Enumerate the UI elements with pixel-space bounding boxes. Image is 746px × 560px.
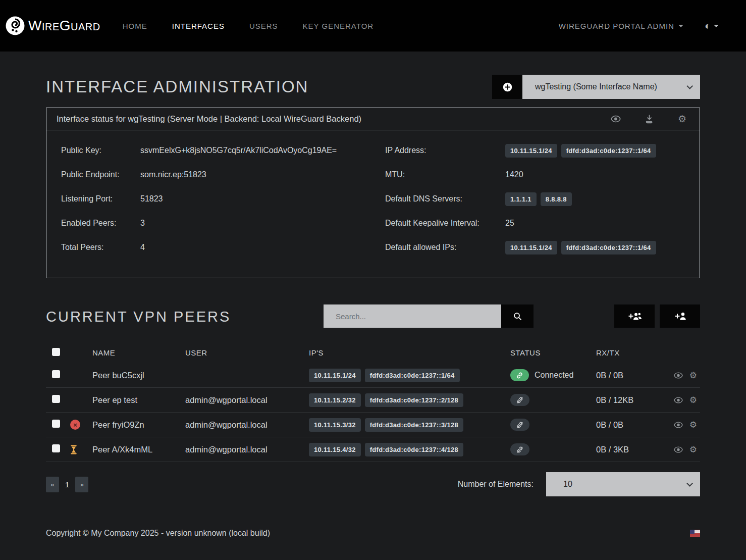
add-user-icon: [674, 312, 686, 321]
col-header-ips: IP'S: [309, 348, 510, 357]
view-peer-button[interactable]: [674, 420, 683, 430]
peer-settings-button[interactable]: ⚙: [689, 444, 697, 455]
view-config-button[interactable]: [611, 115, 621, 123]
add-peer-button[interactable]: [660, 304, 700, 328]
table-row: Peer A/Xk4mML admin@wgportal.local 10.11…: [46, 437, 700, 462]
connected-status-pill: [510, 369, 529, 381]
interface-settings-button[interactable]: ⚙: [678, 113, 686, 125]
view-peer-button[interactable]: [674, 395, 683, 405]
keepalive-value: 25: [505, 219, 700, 228]
eye-icon: [674, 397, 683, 403]
search-button[interactable]: [501, 304, 534, 328]
interface-status-card: Interface status for wgTesting (Server M…: [46, 108, 700, 278]
col-header-name: NAME: [92, 348, 185, 357]
disconnected-status-pill: [510, 443, 529, 455]
peer-name: Peer buC5cxjl: [92, 371, 185, 380]
pagination-prev-button[interactable]: «: [46, 477, 59, 492]
row-checkbox[interactable]: [52, 444, 60, 452]
download-config-button[interactable]: [645, 115, 654, 124]
pagination-next-button[interactable]: »: [75, 477, 88, 492]
eye-icon: [674, 372, 683, 379]
select-all-checkbox[interactable]: [52, 348, 60, 356]
allowed-ip-badge: 10.11.15.1/24: [505, 241, 557, 254]
chevron-down-icon: [714, 25, 719, 27]
detail-row: MTU: 1420: [385, 163, 700, 187]
detail-row: Listening Port: 51823: [61, 187, 373, 211]
elements-per-page-label: Number of Elements:: [458, 480, 534, 489]
peer-settings-button[interactable]: ⚙: [689, 370, 697, 381]
col-header-user: USER: [185, 348, 309, 357]
page-title: INTERFACE ADMINISTRATION: [46, 77, 492, 96]
table-row: Peer buC5cxjl 10.11.15.1/24 fdfd:d3ad:c0…: [46, 363, 700, 388]
link-icon: [516, 372, 523, 379]
navbar: WireGuard HOME INTERFACES USERS KEY GENE…: [0, 0, 746, 52]
gear-icon: ⚙: [689, 420, 697, 430]
detail-label: Listening Port:: [61, 194, 140, 203]
col-header-status: STATUS: [510, 348, 596, 357]
detail-label: Public Key:: [61, 146, 140, 155]
elements-per-page-value: 10: [563, 480, 686, 489]
peer-disabled-icon: ×: [70, 420, 80, 430]
pagination: « 1 »: [46, 477, 88, 492]
user-menu-dropdown[interactable]: WIREGUARD PORTAL ADMIN: [559, 22, 683, 30]
peer-rxtx: 0B / 0B: [596, 420, 666, 430]
peer-ip-badge: 10.11.15.1/24: [309, 369, 361, 382]
row-checkbox[interactable]: [52, 370, 60, 378]
peer-ip-badge: 10.11.15.2/32: [309, 393, 361, 407]
mtu-value: 1420: [505, 170, 700, 179]
detail-label: Enabled Peers:: [61, 219, 140, 228]
detail-label: Default Keepalive Interval:: [385, 219, 505, 228]
gear-icon: ⚙: [689, 444, 697, 455]
peer-expired-hourglass-icon: [70, 445, 77, 454]
total-peers-value: 4: [140, 243, 373, 252]
table-row: Peer ep test admin@wgportal.local 10.11.…: [46, 388, 700, 413]
row-checkbox[interactable]: [52, 420, 60, 428]
row-checkbox[interactable]: [52, 395, 60, 403]
peer-settings-button[interactable]: ⚙: [689, 395, 697, 405]
peer-name: Peer ep test: [92, 395, 185, 405]
add-interface-button[interactable]: [492, 75, 522, 99]
nav-item-home[interactable]: HOME: [123, 22, 147, 30]
brand-wordmark: WireGuard: [28, 18, 100, 34]
peer-ip-badge: 10.11.15.3/32: [309, 418, 361, 432]
ip-badge: 10.11.15.1/24: [505, 144, 557, 158]
add-multiple-peers-button[interactable]: [614, 304, 655, 328]
peer-user: admin@wgportal.local: [185, 395, 309, 405]
search-icon: [513, 312, 522, 321]
peer-ip-badge: fdfd:d3ad:c0de:1237::4/128: [365, 443, 463, 456]
view-peer-button[interactable]: [674, 444, 683, 455]
wireguard-logo-icon: [5, 16, 25, 36]
dns-badge: 8.8.8.8: [541, 192, 572, 206]
enabled-peers-value: 3: [140, 219, 373, 228]
detail-label: Default DNS Servers:: [385, 194, 505, 203]
plus-circle-icon: [503, 82, 512, 92]
detail-label: IP Address:: [385, 146, 505, 155]
detail-row: Total Peers: 4: [61, 235, 373, 260]
peer-settings-button[interactable]: ⚙: [689, 420, 697, 430]
copyright-text: Copyright © My Company 2025 - version un…: [46, 529, 270, 538]
peer-rxtx: 0B / 12KB: [596, 395, 666, 405]
disconnected-status-pill: [510, 394, 529, 406]
gear-icon: ⚙: [689, 395, 697, 405]
peer-ip-badge: fdfd:d3ad:c0de:1237::1/64: [365, 369, 460, 382]
nav-item-key-generator[interactable]: KEY GENERATOR: [303, 22, 374, 30]
listening-port-value: 51823: [140, 194, 373, 203]
peer-user: admin@wgportal.local: [185, 420, 309, 430]
brand[interactable]: WireGuard: [5, 16, 100, 36]
interface-status-title: Interface status for wgTesting (Server M…: [57, 114, 361, 124]
elements-per-page-select[interactable]: 10: [546, 472, 700, 496]
interface-select[interactable]: wgTesting (Some Interface Name): [522, 75, 700, 99]
allowed-ip-badge: fdfd:d3ad:c0de:1237::1/64: [561, 241, 656, 254]
download-icon: [645, 115, 654, 124]
eye-icon: [674, 446, 683, 453]
nav-item-interfaces[interactable]: INTERFACES: [172, 22, 225, 30]
chevron-down-icon: [686, 83, 693, 89]
view-peer-button[interactable]: [674, 370, 683, 381]
detail-row: Default allowed IPs: 10.11.15.1/24 fdfd:…: [385, 235, 700, 260]
us-flag-language-icon[interactable]: [690, 530, 700, 537]
nav-item-users[interactable]: USERS: [249, 22, 278, 30]
search-input[interactable]: [324, 304, 501, 328]
theme-toggle-dropdown[interactable]: ◐: [705, 20, 719, 32]
ip-badge: fdfd:d3ad:c0de:1237::1/64: [561, 144, 656, 158]
disconnected-status-pill: [510, 419, 529, 431]
